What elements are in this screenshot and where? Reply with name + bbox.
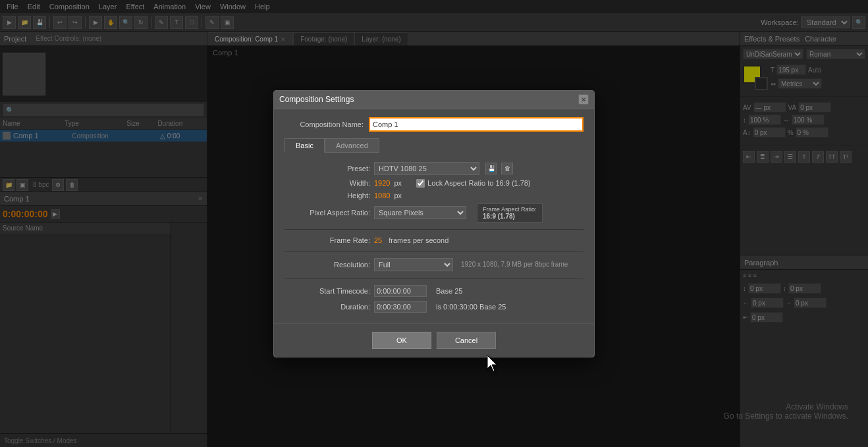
dialog-close-btn[interactable]: ✕	[578, 94, 589, 105]
start-timecode-input[interactable]	[374, 285, 427, 297]
dialog-body: Composition Name: Basic Advanced Preset:…	[274, 109, 594, 323]
frame-rate-row: Frame Rate: 25 frames per second	[285, 236, 583, 244]
height-label: Height:	[285, 192, 370, 199]
lock-aspect-row: Lock Aspect Ratio to 16:9 (1.78)	[416, 179, 531, 188]
comp-name-row: Composition Name:	[285, 117, 583, 132]
dialog-footer: OK Cancel	[274, 323, 594, 357]
tab-advanced[interactable]: Advanced	[325, 138, 379, 153]
start-base-label: Base 25	[436, 287, 462, 295]
lock-aspect-label: Lock Aspect Ratio to 16:9 (1.78)	[427, 179, 531, 187]
lock-aspect-checkbox[interactable]	[416, 179, 425, 188]
width-row: Width: 1920 px Lock Aspect Ratio to 16:9…	[285, 179, 583, 188]
dialog-overlay: Composition Settings ✕ Composition Name:…	[0, 0, 868, 447]
resolution-info: 1920 x 1080, 7.9 MB per 8bpc frame	[461, 261, 568, 268]
duration-info-label: is 0:00:30:00 Base 25	[436, 303, 506, 311]
width-label: Width:	[285, 179, 370, 187]
start-timecode-row: Start Timecode: Base 25	[285, 285, 583, 297]
preset-save-btn[interactable]: 💾	[485, 163, 497, 174]
frame-rate-label: Frame Rate:	[285, 236, 370, 244]
frame-aspect-box: Frame Aspect Ratio: 16:9 (1.78)	[477, 203, 543, 223]
composition-settings-dialog: Composition Settings ✕ Composition Name:…	[273, 90, 595, 357]
resolution-label: Resolution:	[285, 261, 370, 269]
frame-rate-unit: frames per second	[389, 236, 448, 244]
width-value[interactable]: 1920	[374, 179, 390, 187]
ok-button[interactable]: OK	[372, 332, 431, 349]
pixel-aspect-label: Pixel Aspect Ratio:	[285, 209, 370, 217]
pixel-aspect-select[interactable]: Square Pixels	[374, 206, 466, 219]
comp-name-label: Composition Name:	[285, 120, 364, 128]
frame-rate-value[interactable]: 25	[374, 236, 382, 244]
dialog-tabs: Basic Advanced	[285, 138, 583, 153]
height-unit: px	[394, 192, 402, 199]
duration-row: Duration: is 0:00:30:00 Base 25	[285, 301, 583, 313]
settings-divider1	[285, 229, 583, 230]
dialog-title: Composition Settings	[279, 95, 354, 104]
height-row: Height: 1080 px	[285, 192, 583, 199]
tab-basic[interactable]: Basic	[285, 138, 325, 153]
settings-grid: Preset: HDTV 1080 25 💾 🗑 Width: 1920 px …	[285, 159, 583, 315]
frame-aspect-value: 16:9 (1.78)	[483, 213, 537, 220]
start-timecode-label: Start Timecode:	[285, 287, 370, 295]
dialog-title-bar: Composition Settings ✕	[274, 91, 594, 109]
preset-select[interactable]: HDTV 1080 25	[374, 162, 479, 175]
frame-aspect-label: Frame Aspect Ratio:	[483, 206, 537, 213]
resolution-select[interactable]: Full	[374, 258, 453, 271]
duration-label: Duration:	[285, 303, 370, 311]
preset-delete-btn[interactable]: 🗑	[501, 163, 513, 174]
settings-divider2	[285, 251, 583, 251]
height-value[interactable]: 1080	[374, 192, 390, 199]
pixel-aspect-row: Pixel Aspect Ratio: Square Pixels Frame …	[285, 203, 583, 223]
resolution-row: Resolution: Full 1920 x 1080, 7.9 MB per…	[285, 258, 583, 271]
preset-row: Preset: HDTV 1080 25 💾 🗑	[285, 162, 583, 175]
comp-name-input[interactable]	[369, 117, 583, 132]
duration-input[interactable]	[374, 301, 427, 313]
preset-label: Preset:	[285, 165, 370, 172]
settings-divider3	[285, 278, 583, 278]
cancel-button[interactable]: Cancel	[437, 332, 496, 349]
width-unit: px	[394, 179, 402, 187]
